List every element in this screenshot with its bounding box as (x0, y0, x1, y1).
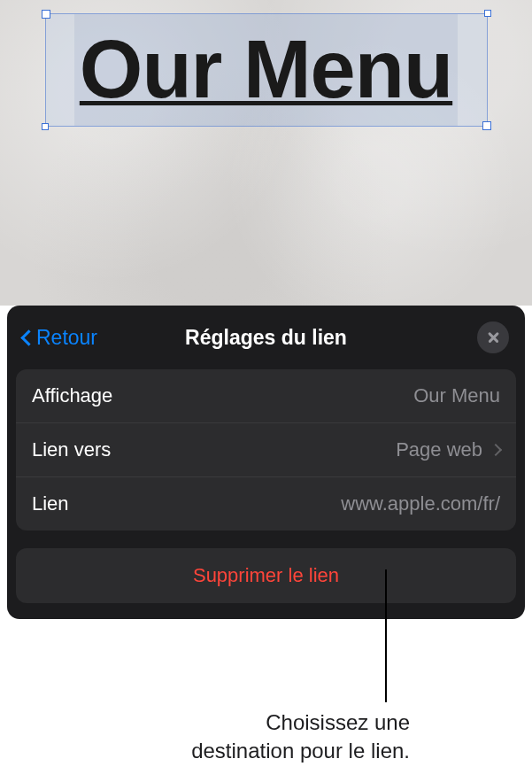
callout-text: Choisissez une destination pour le lien. (0, 708, 532, 766)
link-url-label: Lien (32, 492, 69, 515)
display-label: Affichage (32, 384, 112, 407)
panel-header: Retour Réglages du lien (16, 318, 516, 369)
close-button[interactable] (477, 321, 509, 353)
document-canvas: Our Menu (0, 0, 532, 306)
link-url-value: www.apple.com/fr/ (341, 492, 500, 515)
close-icon (487, 331, 500, 345)
back-label: Retour (36, 326, 97, 350)
callout-leader-line (385, 569, 387, 702)
link-to-value: Page web (396, 438, 500, 461)
back-button[interactable]: Retour (23, 326, 97, 350)
display-value: Our Menu (413, 384, 500, 407)
panel-title: Réglages du lien (185, 326, 347, 350)
callout-line-2: destination pour le lien. (191, 739, 410, 763)
text-selection[interactable]: Our Menu (45, 13, 488, 127)
delete-link-button[interactable]: Supprimer le lien (16, 548, 516, 603)
callout-line-1: Choisissez une (266, 710, 410, 734)
chevron-right-icon (490, 444, 502, 456)
link-to-value-text: Page web (396, 438, 482, 461)
selected-hyperlink-text[interactable]: Our Menu (74, 14, 458, 126)
link-to-row[interactable]: Lien vers Page web (16, 422, 516, 476)
chevron-left-icon (20, 329, 36, 345)
link-to-label: Lien vers (32, 438, 111, 461)
display-row[interactable]: Affichage Our Menu (16, 369, 516, 422)
settings-group: Affichage Our Menu Lien vers Page web Li… (16, 369, 516, 530)
link-settings-panel: Retour Réglages du lien Affichage Our Me… (7, 306, 525, 619)
link-url-row[interactable]: Lien www.apple.com/fr/ (16, 476, 516, 530)
